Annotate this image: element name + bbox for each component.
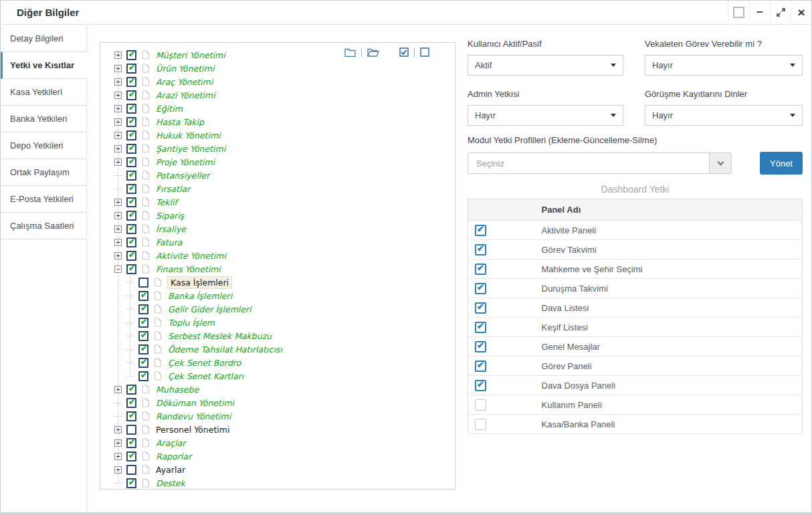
tree-checkbox[interactable] (126, 438, 136, 448)
sidebar-tab-banka-yetkileri[interactable]: Banka Yetkileri (1, 106, 87, 132)
tree-node-label[interactable]: Sipariş (156, 211, 184, 221)
expand-icon[interactable]: + (114, 105, 122, 112)
tree-node[interactable]: +Personel Yönetimi (100, 423, 455, 436)
tree-checkbox[interactable] (126, 211, 136, 221)
panel-checkbox[interactable] (475, 302, 486, 314)
tree-node[interactable]: Çek Senet Bordro (100, 356, 455, 369)
tree-checkbox[interactable] (138, 358, 148, 368)
tree-checkbox[interactable] (126, 50, 136, 60)
tree-node[interactable]: Ödeme Tahsilat Hatırlatıcısı (100, 342, 455, 356)
tree-node-label[interactable]: Toplu İşlem (168, 318, 215, 328)
tree-node[interactable]: +Şantiye Yönetimi (100, 142, 455, 155)
tree-node[interactable]: +Ayarlar (100, 463, 455, 476)
uncheck-all-icon[interactable] (420, 47, 429, 57)
tree-node[interactable]: Döküman Yönetimi (100, 396, 455, 409)
tree-node[interactable]: +Araçlar (100, 436, 455, 449)
tree-node[interactable]: Toplu İşlem (100, 316, 455, 329)
expand-icon[interactable]: + (114, 386, 122, 393)
tree-node-label[interactable]: Şantiye Yönetimi (156, 144, 225, 154)
tree-node-label[interactable]: Ödeme Tahsilat Hatırlatıcısı (168, 344, 282, 354)
tree-node[interactable]: +Raporlar (100, 449, 455, 463)
tree-node[interactable]: Destek (100, 476, 455, 490)
tree-node-label[interactable]: İrsaliye (156, 224, 186, 234)
tree-node-label[interactable]: Arazi Yönetimi (156, 90, 215, 100)
tree-checkbox[interactable] (126, 251, 136, 261)
tree-checkbox[interactable] (126, 478, 136, 488)
tree-node-label[interactable]: Hasta Takip (156, 117, 204, 127)
expand-icon[interactable]: + (114, 439, 122, 447)
sidebar-tab-yetki-ve-k-s-tlar[interactable]: Yetki ve Kısıtlar (1, 52, 87, 79)
expand-icon[interactable]: + (114, 65, 122, 72)
sidebar-tab--al-ma-saatleri[interactable]: Çalışma Saatleri (1, 213, 87, 239)
panel-checkbox[interactable] (475, 399, 486, 411)
tree-checkbox[interactable] (126, 104, 136, 114)
tree-node[interactable]: Çek Senet Kartları (100, 369, 455, 383)
tree-checkbox[interactable] (126, 144, 136, 154)
maximize-icon[interactable] (770, 1, 791, 24)
tree-node-label[interactable]: Müşteri Yönetimi (156, 50, 225, 60)
expand-icon[interactable]: + (114, 132, 122, 139)
tree-checkbox[interactable] (126, 224, 136, 234)
tree-node[interactable]: Randevu Yönetimi (100, 409, 455, 423)
expand-icon[interactable]: + (114, 225, 122, 233)
sidebar-tab-depo-yetkileri[interactable]: Depo Yetkileri (1, 132, 87, 159)
tree-checkbox[interactable] (126, 197, 136, 207)
expand-icon[interactable]: + (114, 426, 122, 433)
combobox-dropdown-button[interactable] (710, 152, 732, 174)
tree-node-label[interactable]: Banka İşlemleri (168, 291, 232, 301)
panel-checkbox[interactable] (475, 322, 486, 333)
tree-node[interactable]: +Sipariş (100, 209, 455, 222)
tree-checkbox[interactable] (126, 411, 136, 421)
tree-node[interactable]: +İrsaliye (100, 222, 455, 235)
tree-node-label[interactable]: Randevu Yönetimi (156, 411, 231, 421)
tree-checkbox[interactable] (126, 171, 136, 181)
sidebar-tab-ortak-payla-m[interactable]: Ortak Paylaşım (1, 159, 87, 186)
tree-node-label[interactable]: Hukuk Yönetimi (156, 130, 221, 140)
panel-checkbox[interactable] (475, 360, 486, 372)
tree-checkbox[interactable] (138, 318, 148, 328)
expand-all-folder-icon[interactable] (367, 47, 379, 57)
panel-checkbox[interactable] (475, 225, 486, 236)
expand-icon[interactable]: + (114, 466, 122, 474)
tree-checkbox[interactable] (126, 237, 136, 247)
tree-node-label[interactable]: Fırsatlar (156, 184, 190, 194)
tree-node[interactable]: −Finans Yönetimi (100, 262, 455, 276)
tree-node[interactable]: Gelir Gider İşlemleri (100, 302, 455, 316)
tree-node-label[interactable]: Çek Senet Bordro (168, 358, 241, 368)
expand-icon[interactable]: + (114, 212, 122, 219)
expand-icon[interactable]: + (114, 145, 122, 152)
tree-node[interactable]: +Proje Yönetimi (100, 155, 455, 169)
tree-node-label[interactable]: Ürün Yönetimi (156, 64, 214, 74)
tree-node-label[interactable]: Serbest Meslek Makbuzu (168, 331, 272, 341)
tree-checkbox[interactable] (126, 398, 136, 408)
tree-node-label[interactable]: Çek Senet Kartları (168, 371, 243, 381)
tree-checkbox[interactable] (138, 331, 148, 341)
close-icon[interactable]: × (791, 1, 811, 24)
tree-node-label[interactable]: Proje Yönetimi (156, 157, 215, 167)
proxy-task-select[interactable]: Hayır (645, 55, 803, 76)
tree-node-label[interactable]: Raporlar (156, 451, 191, 461)
tree-checkbox[interactable] (138, 304, 148, 314)
collapse-icon[interactable]: − (114, 266, 122, 273)
tree-node[interactable]: Serbest Meslek Makbuzu (100, 329, 455, 342)
manage-button[interactable]: Yönet (760, 152, 803, 175)
tree-checkbox[interactable] (126, 117, 136, 127)
tree-node-label[interactable]: Araçlar (156, 438, 186, 448)
restore-icon[interactable] (728, 1, 749, 24)
expand-icon[interactable]: + (114, 159, 122, 166)
panel-checkbox[interactable] (475, 380, 486, 391)
tree-node-label[interactable]: Fatura (156, 237, 182, 247)
panel-checkbox[interactable] (475, 341, 486, 352)
tree-node[interactable]: +Araç Yönetimi (100, 75, 455, 88)
tree-node-label[interactable]: Destek (156, 478, 185, 488)
panel-checkbox[interactable] (475, 264, 486, 275)
panel-checkbox[interactable] (475, 244, 486, 255)
tree-checkbox[interactable] (126, 77, 136, 87)
module-profiles-combobox[interactable]: Seçiniz (468, 152, 710, 174)
panel-checkbox[interactable] (475, 283, 486, 294)
tree-checkbox[interactable] (138, 344, 148, 354)
tree-node-label[interactable]: Döküman Yönetimi (156, 398, 234, 408)
tree-checkbox[interactable] (138, 291, 148, 301)
tree-node-label[interactable]: Finans Yönetimi (156, 264, 221, 274)
tree-node-label[interactable]: Personel Yönetimi (156, 425, 229, 435)
